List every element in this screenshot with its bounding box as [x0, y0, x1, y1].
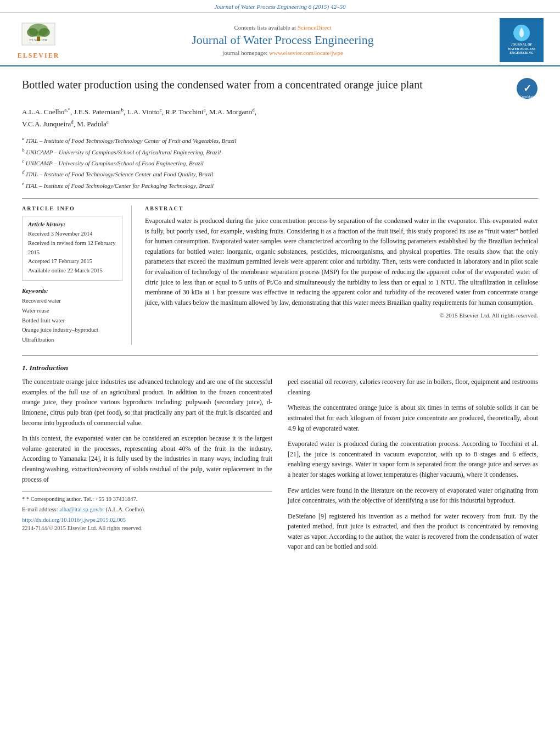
article-content: Bottled water production using the conde…: [0, 66, 560, 568]
article-title-row: Bottled water production using the conde…: [22, 77, 538, 99]
author-4: R.P. Tocchini: [165, 108, 203, 116]
footnote-star: *: [22, 496, 26, 502]
authors-line: A.L.A. Coelhoa,*, J.E.S. Paternianib, L.…: [22, 106, 538, 130]
article-title: Bottled water production using the conde…: [22, 77, 505, 92]
intro-heading: 1. Introduction: [22, 364, 538, 372]
sciencedirect-link[interactable]: ScienceDirect: [298, 24, 332, 31]
keyword-4: Orange juice industry–byproduct: [22, 325, 122, 335]
elsevier-tree-icon: 🌿 ELSEVIER: [19, 20, 58, 51]
svg-text:CrossMark: CrossMark: [520, 95, 535, 98]
journal-title-center: Contents lists available at ScienceDirec…: [66, 24, 500, 56]
corresponding-author: * * Corresponding author. Tel.: +55 19 3…: [22, 495, 272, 504]
keyword-2: Water reuse: [22, 306, 122, 316]
journal-logo-icon: [513, 25, 530, 41]
keyword-1: Recovered water: [22, 296, 122, 306]
author-5: M.A. Morgano: [209, 108, 252, 116]
author-6: V.C.A. Junqueira: [22, 120, 71, 128]
elsevier-logo: 🌿 ELSEVIER ELSEVIER: [11, 20, 66, 60]
journal-header: 🌿 ELSEVIER ELSEVIER Contents lists avail…: [0, 13, 560, 66]
svg-point-5: [39, 28, 50, 37]
svg-text:✓: ✓: [523, 83, 531, 94]
author-7: M. Padula: [77, 120, 106, 128]
keywords-block: Keywords: Recovered water Water reuse Bo…: [22, 287, 122, 345]
keyword-5: Ultrafiltration: [22, 335, 122, 345]
crossmark-icon: ✓ CrossMark: [516, 77, 538, 99]
author-3-sup: c: [160, 107, 162, 113]
body-para-r5: DeStefano [9] registered his invention a…: [288, 511, 538, 552]
author-7-sup: e: [107, 119, 109, 125]
homepage-url[interactable]: www.elsevier.com/locate/jwpe: [269, 49, 343, 56]
footnote-section: * * Corresponding author. Tel.: +55 19 3…: [22, 491, 272, 533]
affiliation-a: a ITAL – Institute of Food Technology/Te…: [22, 135, 538, 146]
copyright: © 2015 Elsevier Ltd. All rights reserved…: [145, 312, 538, 319]
affiliation-b: b UNICAMP – University of Campinas/Schoo…: [22, 146, 538, 157]
doi-line: http://dx.doi.org/10.1016/j.jwpe.2015.02…: [22, 516, 272, 525]
abstract-text: Evaporated water is produced during the …: [145, 216, 538, 308]
article-info-column: ARTICLE INFO Article history: Received 3…: [22, 205, 132, 345]
footer-text: 2214-7144/© 2015 Elsevier Ltd. All right…: [22, 524, 272, 533]
affiliation-d: d ITAL – Institute of Food Technology/Sc…: [22, 168, 538, 179]
article-history-block: Article history: Received 3 November 201…: [22, 216, 122, 281]
available-date: Available online 22 March 2015: [28, 266, 116, 276]
corresponding-text: * Corresponding author. Tel.: +55 19 374…: [26, 496, 137, 502]
revised-date: Received in revised form 12 February 201…: [28, 239, 116, 258]
water-logo-icon: [514, 25, 529, 41]
keywords-subtitle: Keywords:: [22, 287, 122, 294]
info-abstract-columns: ARTICLE INFO Article history: Received 3…: [22, 198, 538, 345]
body-para-r2: Whereas the concentrated orange juice is…: [288, 403, 538, 433]
abstract-label: ABSTRACT: [145, 205, 538, 211]
contents-available: Contents lists available at ScienceDirec…: [66, 24, 500, 31]
author-5-sup: d: [252, 107, 255, 113]
accepted-date: Accepted 17 February 2015: [28, 257, 116, 266]
keyword-3: Bottled fruit water: [22, 316, 122, 326]
abstract-column: ABSTRACT Evaporated water is produced du…: [145, 205, 538, 345]
author-1-sup: a,*: [64, 107, 70, 113]
email-label: E-mail address:: [22, 506, 58, 512]
journal-logo-right: JOURNAL OFWATER PROCESSENGINEERING: [500, 18, 544, 62]
author-4-sup: a: [204, 107, 206, 113]
journal-homepage: journal homepage: www.elsevier.com/locat…: [66, 49, 500, 56]
email-suffix: (A.L.A. Coelho).: [105, 506, 145, 512]
author-6-sup: d: [71, 119, 74, 125]
body-columns: The concentrate orange juice industries …: [22, 377, 538, 557]
journal-citation: Journal of Water Process Engineering 6 (…: [214, 3, 345, 10]
body-para-r4: Few articles were found in the literatur…: [288, 486, 538, 506]
elsevier-wordmark: ELSEVIER: [18, 52, 60, 60]
email-link[interactable]: alha@ital.sp.gov.br: [59, 506, 104, 512]
body-para-r1: peel essential oil recovery, calories re…: [288, 377, 538, 397]
author-3: L.A. Viotto: [127, 108, 159, 116]
doi-link[interactable]: http://dx.doi.org/10.1016/j.jwpe.2015.02…: [22, 517, 126, 523]
received-date: Received 3 November 2014: [28, 230, 116, 239]
body-para-r3: Evaporated water is produced during the …: [288, 439, 538, 479]
history-subtitle: Article history:: [28, 221, 116, 227]
author-2: J.E.S. Paterniani: [74, 108, 121, 116]
svg-rect-6: [37, 37, 40, 41]
body-left-col: The concentrate orange juice industries …: [22, 377, 272, 557]
author-2-sup: b: [121, 107, 124, 113]
svg-point-4: [27, 28, 38, 37]
affiliation-c: c UNICAMP – University of Campinas/Schoo…: [22, 157, 538, 168]
email-line: E-mail address: alha@ital.sp.gov.br (A.L…: [22, 505, 272, 514]
page: Journal of Water Process Engineering 6 (…: [0, 0, 560, 568]
journal-bar: Journal of Water Process Engineering 6 (…: [0, 0, 560, 13]
affiliations: a ITAL – Institute of Food Technology/Te…: [22, 135, 538, 191]
journal-main-title: Journal of Water Process Engineering: [66, 33, 500, 47]
body-para-2: In this context, the evaporated water ca…: [22, 433, 272, 484]
article-info-label: ARTICLE INFO: [22, 205, 122, 211]
author-1: A.L.A. Coelho: [22, 108, 64, 116]
body-right-col: peel essential oil recovery, calories re…: [288, 377, 538, 557]
body-para-1: The concentrate orange juice industries …: [22, 377, 272, 428]
body-section: 1. Introduction The concentrate orange j…: [22, 355, 538, 557]
affiliation-e: e ITAL – Institute of Food Technology/Ce…: [22, 180, 538, 191]
journal-logo-text: JOURNAL OFWATER PROCESSENGINEERING: [508, 43, 536, 55]
